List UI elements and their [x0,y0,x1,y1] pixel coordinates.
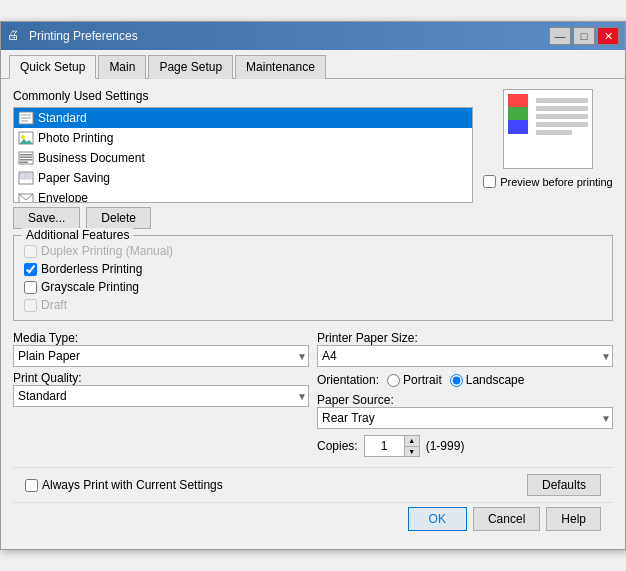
svg-rect-1 [21,114,31,116]
svg-point-5 [21,135,25,139]
list-item-standard[interactable]: Standard [14,108,472,128]
main-content: Commonly Used Settings [1,79,625,549]
copies-input[interactable] [364,435,404,457]
svg-rect-8 [20,154,32,156]
list-item-standard-label: Standard [38,111,87,125]
grayscale-label: Grayscale Printing [41,280,139,294]
print-quality-label: Print Quality: [13,371,309,385]
preview-before-printing-label: Preview before printing [500,176,613,188]
list-item-photo-label: Photo Printing [38,131,113,145]
copies-arrows: ▲ ▼ [404,435,420,457]
orientation-label: Orientation: [317,373,379,387]
list-item-business-label: Business Document [38,151,145,165]
portrait-radio[interactable] [387,374,400,387]
print-quality-group: Print Quality: Standard High Draft ▼ [13,371,309,407]
list-item-envelope-label: Envelope [38,191,88,203]
list-item-business[interactable]: Business Document [14,148,472,168]
list-item-photo[interactable]: Photo Printing [14,128,472,148]
preview-color-bar [508,94,528,134]
paper-size-label: Printer Paper Size: [317,331,613,345]
draft-checkbox[interactable] [24,299,37,312]
duplex-checkbox[interactable] [24,245,37,258]
list-item-envelope[interactable]: Envelope [14,188,472,203]
delete-button[interactable]: Delete [86,207,151,229]
title-bar-left: 🖨 Printing Preferences [7,28,138,44]
svg-rect-2 [21,117,31,119]
always-print-checkbox[interactable] [25,479,38,492]
copies-input-group: ▲ ▼ [364,435,420,457]
always-print-label: Always Print with Current Settings [42,478,223,492]
commonly-used-section: Commonly Used Settings [13,89,473,229]
paper-source-group: Paper Source: Rear Tray Cassette Automat… [317,393,613,429]
svg-rect-11 [20,162,28,164]
preview-check-row: Preview before printing [483,175,613,188]
feature-duplex: Duplex Printing (Manual) [24,244,602,258]
svg-rect-14 [26,173,31,179]
feature-borderless: Borderless Printing [24,262,602,276]
preview-lines [536,98,588,138]
preview-before-printing-checkbox[interactable] [483,175,496,188]
preview-line-3 [536,114,588,119]
title-bar: 🖨 Printing Preferences — □ ✕ [1,22,625,50]
tab-page-setup[interactable]: Page Setup [148,55,233,79]
top-section: Commonly Used Settings [13,89,613,229]
draft-label: Draft [41,298,67,312]
paper-saving-icon [18,170,34,186]
copies-label: Copies: [317,439,358,453]
window-title: Printing Preferences [29,29,138,43]
help-button[interactable]: Help [546,507,601,531]
defaults-button[interactable]: Defaults [527,474,601,496]
window-icon: 🖨 [7,28,23,44]
duplex-label: Duplex Printing (Manual) [41,244,173,258]
paper-size-group: Printer Paper Size: A4 Letter A3 ▼ [317,331,613,367]
print-quality-select[interactable]: Standard High Draft [13,385,309,407]
media-type-wrapper: Plain Paper Photo Paper Glossy Paper ▼ [13,345,309,367]
action-buttons: Defaults [527,474,601,496]
preview-line-5 [536,130,572,135]
landscape-radio[interactable] [450,374,463,387]
preview-section: Preview before printing [483,89,613,229]
borderless-checkbox[interactable] [24,263,37,276]
orientation-row: Orientation: Portrait Landscape [317,373,613,387]
tab-quick-setup[interactable]: Quick Setup [9,55,96,79]
landscape-label: Landscape [450,373,525,387]
list-item-paper-saving[interactable]: Paper Saving [14,168,472,188]
preview-line-4 [536,122,588,127]
always-print-section: Always Print with Current Settings [25,478,223,492]
settings-list[interactable]: Standard Photo Printing [13,107,473,203]
media-type-label: Media Type: [13,331,309,345]
tab-maintenance[interactable]: Maintenance [235,55,326,79]
bottom-grid: Media Type: Plain Paper Photo Paper Glos… [13,331,613,457]
additional-features-label: Additional Features [22,228,133,242]
media-type-group: Media Type: Plain Paper Photo Paper Glos… [13,331,309,367]
preview-line-1 [536,98,588,103]
ok-button[interactable]: OK [408,507,467,531]
paper-size-select[interactable]: A4 Letter A3 [317,345,613,367]
standard-icon [18,110,34,126]
save-button[interactable]: Save... [13,207,80,229]
copies-up-button[interactable]: ▲ [405,436,419,447]
svg-rect-10 [20,159,32,161]
tab-main[interactable]: Main [98,55,146,79]
paper-source-wrapper: Rear Tray Cassette Automatically Select … [317,407,613,429]
grayscale-checkbox[interactable] [24,281,37,294]
paper-source-select[interactable]: Rear Tray Cassette Automatically Select [317,407,613,429]
cancel-button[interactable]: Cancel [473,507,540,531]
preview-line-2 [536,106,588,111]
dialog-buttons: OK Cancel Help [13,502,613,539]
feature-draft: Draft [24,298,602,312]
maximize-button[interactable]: □ [573,27,595,45]
color-green [508,107,528,120]
printing-preferences-window: 🖨 Printing Preferences — □ ✕ Quick Setup… [0,21,626,550]
close-button[interactable]: ✕ [597,27,619,45]
minimize-button[interactable]: — [549,27,571,45]
color-blue [508,120,528,134]
photo-icon [18,130,34,146]
right-fields: Printer Paper Size: A4 Letter A3 ▼ Orien… [317,331,613,457]
media-type-select[interactable]: Plain Paper Photo Paper Glossy Paper [13,345,309,367]
svg-rect-13 [20,173,25,179]
envelope-icon [18,190,34,203]
preview-box [503,89,593,169]
list-item-paper-saving-label: Paper Saving [38,171,110,185]
copies-down-button[interactable]: ▼ [405,447,419,457]
